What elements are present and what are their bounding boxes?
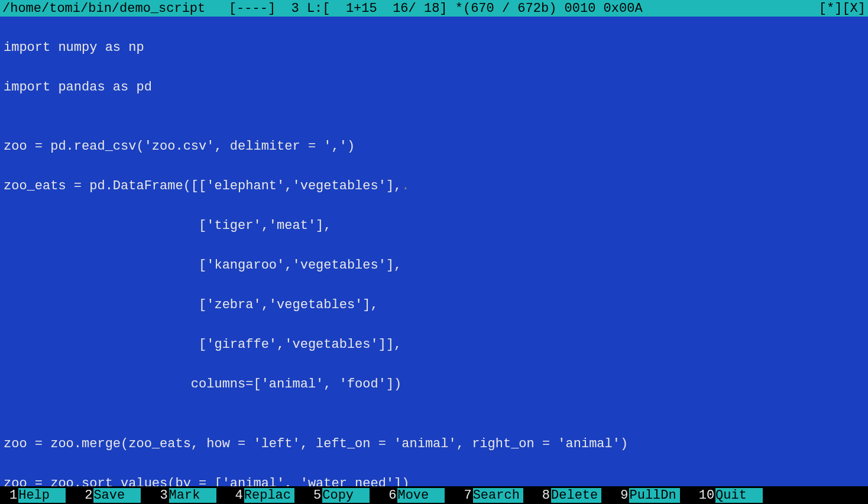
fn-number: 4 [228, 488, 244, 503]
fn-number: 10 [692, 488, 715, 503]
code-line: columns=['animal', 'food']) [4, 374, 864, 395]
flags: [----] [229, 1, 276, 16]
fn-label: Mark [169, 488, 216, 503]
code-line: zoo = pd.read_csv('zoo.csv', delimiter =… [4, 137, 864, 157]
fn-delete[interactable]: 8Delete [535, 488, 601, 503]
function-key-bar: 1Help 2Save 3Mark 4Replac 5Copy 6Move 7S… [0, 486, 868, 504]
fn-label: Replac [244, 488, 294, 503]
fn-mark[interactable]: 3Mark [153, 488, 216, 503]
title-bar-buttons: [*][X] [819, 1, 866, 16]
close-button[interactable]: [X] [842, 1, 866, 16]
title-bar: /home/tomi/bin/demo_script [----] 3 L:[ … [0, 0, 868, 17]
fn-help[interactable]: 1Help [0, 488, 66, 503]
hex-info: 0x00A [604, 1, 643, 16]
fn-number: 1 [0, 488, 18, 503]
fn-copy[interactable]: 5Copy [306, 488, 370, 503]
code-line: ['tiger','meat'], [4, 216, 864, 236]
editor-area[interactable]: import numpy as np import pandas as pd z… [0, 17, 868, 486]
fn-label: Search [473, 488, 523, 503]
fn-number: 6 [381, 488, 397, 503]
code-line: ['kangaroo','vegetables'], [4, 256, 864, 276]
fn-label: Save [93, 488, 141, 503]
fn-save[interactable]: 2Save [77, 488, 141, 503]
fn-number: 3 [153, 488, 169, 503]
title-bar-info: /home/tomi/bin/demo_script [----] 3 L:[ … [2, 1, 643, 16]
fn-label: Quit [715, 488, 763, 503]
code-line: zoo = zoo.sort_values(by = ['animal', 'w… [4, 474, 864, 487]
fn-number: 9 [613, 488, 629, 503]
fn-label: Delete [551, 488, 601, 503]
fn-search[interactable]: 7Search [456, 488, 523, 503]
fn-label: Copy [322, 488, 370, 503]
fn-number: 7 [456, 488, 472, 503]
col-info: 0010 [565, 1, 596, 16]
code-line: import pandas as pd [4, 77, 864, 98]
position-info: 3 L:[ 1+15 16/ 18] [292, 1, 448, 16]
fn-pulldown[interactable]: 9PullDn [613, 488, 679, 503]
whitespace-marker: . [401, 179, 409, 193]
bytes-info: *(670 / 672b) [455, 1, 557, 16]
fn-quit[interactable]: 10Quit [692, 488, 763, 503]
fn-label: Move [397, 488, 445, 503]
code-line: import numpy as np [4, 38, 864, 58]
fn-move[interactable]: 6Move [381, 488, 445, 503]
fn-number: 5 [306, 488, 322, 503]
modified-indicator[interactable]: [*] [819, 1, 843, 16]
fn-number: 2 [77, 488, 93, 503]
file-path: /home/tomi/bin/demo_script [2, 1, 205, 16]
code-line: ['zebra','vegetables'], [4, 295, 864, 315]
code-line: zoo = zoo.merge(zoo_eats, how = 'left', … [4, 434, 864, 454]
code-line: zoo_eats = pd.DataFrame([['elephant','ve… [4, 176, 864, 196]
fn-replace[interactable]: 4Replac [228, 488, 294, 503]
code-line: ['giraffe','vegetables']], [4, 335, 864, 355]
fn-label: Help [18, 488, 66, 503]
fn-number: 8 [535, 488, 551, 503]
fn-label: PullDn [629, 488, 679, 503]
